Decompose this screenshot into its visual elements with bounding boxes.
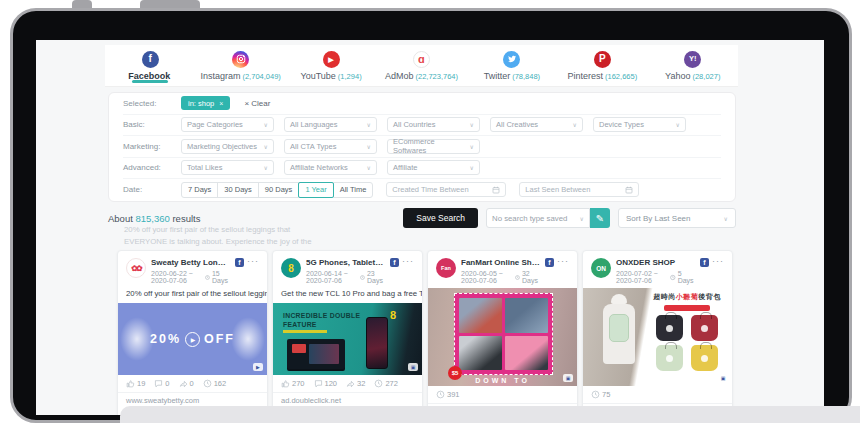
- advertiser-logo: ✿✿: [126, 258, 146, 278]
- created-time-between-input[interactable]: Created Time Between: [386, 182, 506, 197]
- selected-tag-in-shop[interactable]: in: shop×: [181, 96, 230, 110]
- card-menu-button[interactable]: ···: [247, 258, 259, 264]
- marketing-objectives-dropdown[interactable]: Marketing Objectives∨: [181, 139, 274, 154]
- date-1year-button[interactable]: 1 Year: [298, 182, 333, 198]
- pinterest-icon: P: [594, 51, 611, 68]
- date-90days-button[interactable]: 90 Days: [258, 182, 300, 198]
- ad-card: 8 5G Phones, Tablets & SIMs | ... 2020-0…: [272, 250, 423, 415]
- ad-stats-row: 75: [583, 386, 732, 404]
- clear-filters-button[interactable]: × Clear: [244, 99, 270, 108]
- facebook-badge-icon: f: [545, 258, 554, 267]
- device-types-dropdown[interactable]: Device Types∨: [593, 117, 686, 132]
- total-likes-dropdown[interactable]: Total Likes∨: [181, 160, 274, 175]
- chevron-down-icon: ∨: [367, 121, 371, 128]
- likes-stat: 270: [281, 379, 305, 388]
- twitter-icon: [503, 51, 520, 68]
- creative-text: DOWN TO: [428, 377, 577, 384]
- clock-icon: [205, 274, 210, 281]
- edit-saved-search-button[interactable]: ✎: [590, 208, 610, 228]
- chevron-down-icon: ∨: [580, 215, 584, 222]
- advertiser-name[interactable]: Sweaty Betty London | Wom...: [151, 258, 230, 267]
- tab-instagram[interactable]: Instagram(2,704,049): [195, 45, 285, 86]
- cta-types-dropdown[interactable]: All CTA Types∨: [284, 139, 377, 154]
- chevron-down-icon: ∨: [264, 143, 268, 150]
- facebook-badge-icon: f: [235, 258, 244, 267]
- advertiser-name[interactable]: FanMart Online Shopping - F...: [461, 258, 540, 267]
- sort-dropdown[interactable]: Sort By Last Seen∨: [618, 208, 736, 228]
- instagram-icon: [232, 51, 249, 68]
- remove-tag-icon[interactable]: ×: [219, 100, 223, 107]
- affiliate-dropdown[interactable]: Affiliate∨: [387, 160, 480, 175]
- media-type-icon: ▣: [718, 374, 728, 382]
- ad-days-active: 15 Days: [212, 270, 230, 284]
- model-graphic: [611, 294, 627, 304]
- play-icon: ▶: [185, 332, 200, 347]
- last-seen-between-input[interactable]: Last Seen Between: [519, 182, 639, 197]
- ad-creative-image[interactable]: INCREDIBLE DOUBLEFEATURE 8 ▣: [273, 303, 422, 375]
- backpack-graphic: [609, 314, 629, 342]
- ad-creative-video[interactable]: 20% ▶ OFF ▶: [118, 303, 267, 375]
- ecommerce-softwares-dropdown[interactable]: ECommerce Softwares∨: [387, 139, 480, 154]
- affiliate-networks-dropdown[interactable]: Affiliate Networks∨: [284, 160, 377, 175]
- phone-graphic: [366, 317, 388, 369]
- creative-accent: [283, 330, 327, 333]
- admob-icon: ɑ: [413, 51, 430, 68]
- media-type-icon: ▣: [408, 363, 418, 371]
- selected-label: Selected:: [123, 99, 181, 108]
- tab-label: Pinterest: [568, 71, 604, 81]
- ad-days-active: 23 Days: [367, 270, 385, 284]
- countries-dropdown[interactable]: All Countries∨: [387, 117, 480, 132]
- advertiser-name[interactable]: ONXDER SHOP: [616, 258, 695, 267]
- ad-domain-link[interactable]: ad.doubleclick.net: [273, 393, 422, 406]
- ad-date-range: 2020-06-22 ~ 2020-07-06: [151, 270, 202, 284]
- tab-label: AdMob: [385, 71, 414, 81]
- ad-body-text: 20% off your first pair of the sellout l…: [118, 288, 267, 303]
- date-30days-button[interactable]: 30 Days: [217, 182, 259, 198]
- creative-text: 20%: [150, 332, 181, 346]
- saved-search-dropdown[interactable]: No search type saved∨: [486, 208, 590, 228]
- advertiser-name[interactable]: 5G Phones, Tablets & SIMs | ...: [306, 258, 385, 267]
- facebook-badge-icon: f: [390, 258, 399, 267]
- calendar-icon: [625, 186, 633, 194]
- results-count: 815,360: [135, 213, 169, 224]
- date-range-segment: 7 Days 30 Days 90 Days 1 Year All Time: [181, 182, 373, 198]
- ad-date-range: 2020-06-05 ~ 2020-07-06: [461, 270, 512, 284]
- tab-pinterest[interactable]: P Pinterest(162,665): [557, 45, 647, 86]
- ad-creative-image[interactable]: 超時尚小雛菊後背包 ▣: [583, 288, 732, 386]
- shares-stat: 0: [179, 379, 194, 388]
- product-panel: 超時尚小雛菊後背包: [646, 292, 728, 382]
- ad-results-grid: ✿✿ Sweaty Betty London | Wom... 2020-06-…: [117, 250, 733, 415]
- ad-card: ON ONXDER SHOP 2020-07-02 ~ 2020-07-06 5…: [582, 250, 733, 415]
- chevron-down-icon: ∨: [470, 143, 474, 150]
- date-alltime-button[interactable]: All Time: [333, 182, 374, 198]
- tab-yahoo[interactable]: Y! Yahoo(28,027): [648, 45, 738, 86]
- card-menu-button[interactable]: ···: [712, 258, 724, 264]
- page-categories-dropdown[interactable]: Page Categories∨: [181, 117, 274, 132]
- save-search-button[interactable]: Save Search: [403, 208, 478, 228]
- ad-stats-row: 19 0 0 162: [118, 375, 267, 393]
- chevron-down-icon: ∨: [573, 121, 577, 128]
- tab-admob[interactable]: ɑ AdMob(22,723,764): [376, 45, 466, 86]
- card-menu-button[interactable]: ···: [557, 258, 569, 264]
- ad-creative-image[interactable]: $5 DOWN TO ▣: [428, 288, 577, 386]
- creative-text: OFF: [204, 332, 235, 346]
- tab-count: (162,665): [605, 72, 637, 81]
- ad-date-range: 2020-06-14 ~ 2020-07-06: [306, 270, 357, 284]
- tab-count: (1,294): [338, 72, 362, 81]
- ad-card: Fan FanMart Online Shopping - F... 2020-…: [427, 250, 578, 415]
- ad-stats-row: 270 120 32 272: [273, 375, 422, 393]
- chevron-down-icon: ∨: [470, 121, 474, 128]
- media-type-icon: ▶: [253, 363, 263, 371]
- languages-dropdown[interactable]: All Languages∨: [284, 117, 377, 132]
- chevron-down-icon: ∨: [367, 164, 371, 171]
- date-7days-button[interactable]: 7 Days: [181, 182, 218, 198]
- tab-facebook[interactable]: f Facebook: [105, 45, 195, 86]
- marketing-label: Marketing:: [123, 142, 181, 151]
- tab-twitter[interactable]: Twitter(78,848): [467, 45, 557, 86]
- card-menu-button[interactable]: ···: [402, 258, 414, 264]
- ad-domain-link[interactable]: www.sweatybetty.com: [118, 393, 267, 406]
- tab-youtube[interactable]: ▶ YouTube(1,294): [286, 45, 376, 86]
- selected-filters-row: Selected: in: shop× × Clear: [123, 93, 721, 115]
- creatives-dropdown[interactable]: All Creatives∨: [490, 117, 583, 132]
- yahoo-icon: Y!: [684, 51, 701, 68]
